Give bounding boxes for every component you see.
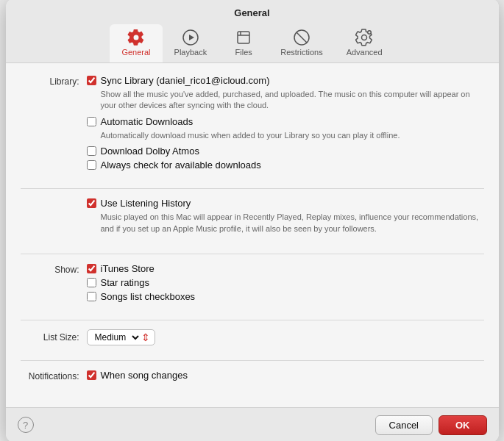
when-song-changes-row: When song changes xyxy=(87,370,484,381)
title-bar: General General Playback xyxy=(6,0,499,63)
auto-downloads-checkbox[interactable] xyxy=(87,117,96,126)
tab-restrictions[interactable]: Restrictions xyxy=(269,24,334,62)
notifications-section: Notifications: When song changes xyxy=(21,370,484,398)
show-row: Show: iTunes Store Star ratings Songs li… xyxy=(21,263,484,305)
itunes-store-label[interactable]: iTunes Store xyxy=(101,263,155,274)
library-controls: Sync Library (daniel_rico1@icloud.com) S… xyxy=(87,75,484,173)
show-controls: iTunes Store Star ratings Songs list che… xyxy=(87,263,484,305)
songs-checkboxes-checkbox[interactable] xyxy=(87,292,96,301)
cancel-button[interactable]: Cancel xyxy=(375,415,433,435)
listening-history-checkbox[interactable] xyxy=(87,198,96,208)
when-song-changes-checkbox[interactable] xyxy=(87,370,96,380)
notifications-row: Notifications: When song changes xyxy=(21,370,484,384)
help-button[interactable]: ? xyxy=(18,417,34,433)
listening-history-label[interactable]: Use Listening History xyxy=(101,198,191,209)
auto-downloads-row: Automatic Downloads xyxy=(87,116,484,127)
svg-rect-2 xyxy=(238,32,249,43)
footer-buttons: Cancel OK xyxy=(375,415,487,435)
auto-downloads-desc: Automatically download music when added … xyxy=(101,130,484,141)
library-label: Library: xyxy=(21,75,87,87)
files-icon xyxy=(235,29,252,46)
listening-history-checkbox-row: Use Listening History xyxy=(87,198,484,209)
main-window: General General Playback xyxy=(6,0,499,441)
star-ratings-label[interactable]: Star ratings xyxy=(101,277,149,288)
tab-playback[interactable]: Playback xyxy=(163,24,219,62)
stepper-icon: ⇕ xyxy=(141,331,150,343)
library-section: Library: Sync Library (daniel_rico1@iclo… xyxy=(21,75,484,189)
itunes-store-row: iTunes Store xyxy=(87,263,484,274)
songs-checkboxes-row: Songs list checkboxes xyxy=(87,291,484,302)
show-label: Show: xyxy=(21,263,87,275)
ok-button[interactable]: OK xyxy=(439,415,487,435)
tab-files-label: Files xyxy=(235,48,252,57)
sync-library-checkbox-row: Sync Library (daniel_rico1@icloud.com) xyxy=(87,75,484,86)
when-song-changes-label[interactable]: When song changes xyxy=(101,370,188,381)
advanced-icon xyxy=(355,29,373,46)
svg-line-4 xyxy=(297,32,307,43)
tab-advanced[interactable]: Advanced xyxy=(335,24,394,62)
check-downloads-label[interactable]: Always check for available downloads xyxy=(101,159,261,171)
tab-general-label: General xyxy=(121,48,150,57)
sync-library-label[interactable]: Sync Library (daniel_rico1@icloud.com) xyxy=(101,75,270,86)
playback-icon xyxy=(182,29,199,46)
listening-row: Use Listening History Music played on th… xyxy=(21,198,484,239)
star-ratings-row: Star ratings xyxy=(87,277,484,288)
notifications-controls: When song changes xyxy=(87,370,484,384)
notifications-label: Notifications: xyxy=(21,370,87,381)
show-section: Show: iTunes Store Star ratings Songs li… xyxy=(21,263,484,320)
dolby-row: Download Dolby Atmos xyxy=(87,146,484,157)
list-size-row: List Size: Small Medium Large ⇕ xyxy=(21,329,484,345)
sync-library-desc: Show all the music you've added, purchas… xyxy=(101,89,484,112)
dolby-checkbox[interactable] xyxy=(87,146,96,156)
songs-checkboxes-label[interactable]: Songs list checkboxes xyxy=(101,291,196,302)
tab-bar: General Playback Files xyxy=(6,24,499,62)
list-size-section: List Size: Small Medium Large ⇕ xyxy=(21,329,484,361)
check-downloads-checkbox[interactable] xyxy=(87,160,96,170)
tab-files[interactable]: Files xyxy=(219,24,269,62)
itunes-store-checkbox[interactable] xyxy=(87,264,96,273)
list-size-select-wrapper[interactable]: Small Medium Large ⇕ xyxy=(87,329,155,345)
star-ratings-checkbox[interactable] xyxy=(87,278,96,287)
list-size-select[interactable]: Small Medium Large xyxy=(92,331,141,343)
tab-playback-label: Playback xyxy=(174,48,207,57)
svg-marker-1 xyxy=(189,35,194,40)
gear-icon xyxy=(127,29,145,46)
window-title: General xyxy=(6,7,499,18)
content-area: Library: Sync Library (daniel_rico1@iclo… xyxy=(6,63,499,407)
listening-controls: Use Listening History Music played on th… xyxy=(87,198,484,239)
footer: ? Cancel OK xyxy=(6,407,499,441)
check-downloads-row: Always check for available downloads xyxy=(87,159,484,171)
sync-library-row: Library: Sync Library (daniel_rico1@iclo… xyxy=(21,75,484,173)
auto-downloads-label[interactable]: Automatic Downloads xyxy=(101,116,194,127)
tab-restrictions-label: Restrictions xyxy=(280,48,322,57)
dolby-label[interactable]: Download Dolby Atmos xyxy=(101,146,199,157)
tab-general[interactable]: General xyxy=(110,24,162,62)
sync-library-checkbox[interactable] xyxy=(87,76,96,85)
listening-section: Use Listening History Music played on th… xyxy=(21,198,484,254)
restrictions-icon xyxy=(293,29,310,46)
tab-advanced-label: Advanced xyxy=(347,48,383,57)
list-size-label: List Size: xyxy=(21,332,87,343)
listening-history-desc: Music played on this Mac will appear in … xyxy=(101,212,484,234)
